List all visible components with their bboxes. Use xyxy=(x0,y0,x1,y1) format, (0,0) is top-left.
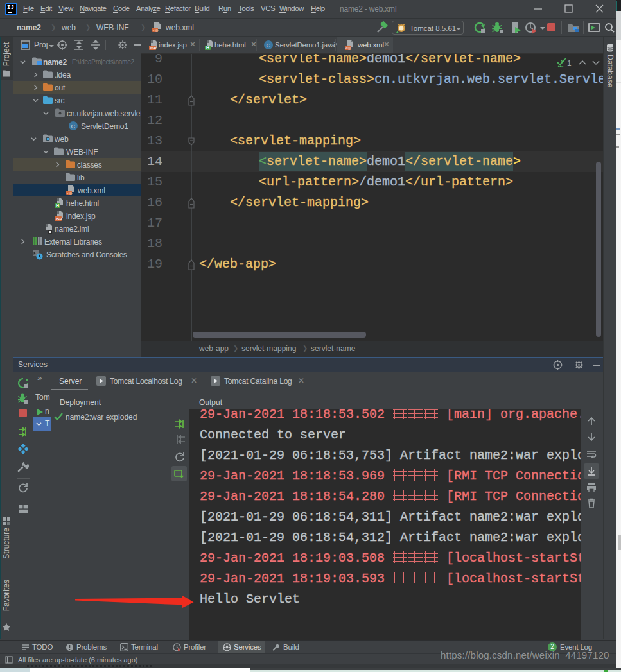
svg-text:<◎: <◎ xyxy=(345,46,351,50)
svg-text:JSP: JSP xyxy=(150,46,157,50)
svg-text:<◎: <◎ xyxy=(67,191,73,195)
svg-text:JSP: JSP xyxy=(55,217,62,221)
svg-text:1: 1 xyxy=(567,59,572,68)
svg-text:H: H xyxy=(56,203,59,208)
svg-text:C: C xyxy=(267,42,271,49)
svg-text:C: C xyxy=(71,123,76,130)
svg-text:<◎: <◎ xyxy=(153,28,159,32)
svg-text:H: H xyxy=(206,46,209,50)
